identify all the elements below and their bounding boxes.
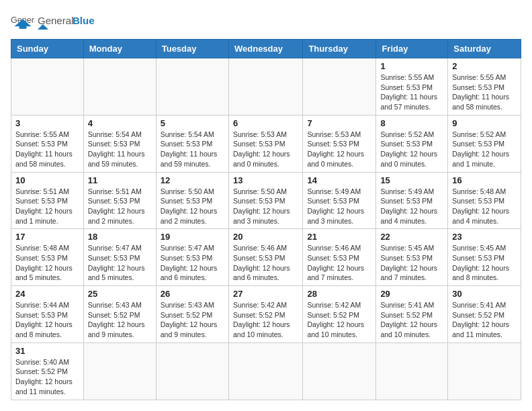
day-number: 5 [161, 118, 224, 128]
day-number: 13 [233, 175, 298, 185]
day-number: 21 [307, 232, 371, 242]
day-number: 30 [452, 289, 517, 299]
day-info: Sunrise: 5:51 AM Sunset: 5:53 PM Dayligh… [88, 187, 152, 226]
calendar-cell: 10 Sunrise: 5:51 AM Sunset: 5:53 PM Dayl… [11, 172, 84, 229]
day-number: 8 [380, 118, 443, 128]
calendar-cell: 14 Sunrise: 5:49 AM Sunset: 5:53 PM Dayl… [303, 172, 376, 229]
svg-text:Blue: Blue [73, 15, 95, 26]
day-number: 19 [161, 232, 224, 242]
day-info: Sunrise: 5:42 AM Sunset: 5:52 PM Dayligh… [307, 300, 371, 340]
day-info: Sunrise: 5:55 AM Sunset: 5:53 PM Dayligh… [380, 73, 443, 112]
day-info: Sunrise: 5:43 AM Sunset: 5:52 PM Dayligh… [161, 300, 224, 340]
day-info: Sunrise: 5:53 AM Sunset: 5:53 PM Dayligh… [307, 130, 371, 169]
day-info: Sunrise: 5:49 AM Sunset: 5:53 PM Dayligh… [307, 187, 371, 226]
calendar-cell: 6 Sunrise: 5:53 AM Sunset: 5:53 PM Dayli… [228, 115, 302, 172]
calendar-cell: 24 Sunrise: 5:44 AM Sunset: 5:53 PM Dayl… [11, 286, 84, 343]
day-number: 12 [161, 175, 224, 185]
day-info: Sunrise: 5:40 AM Sunset: 5:52 PM Dayligh… [15, 357, 79, 397]
calendar-cell: 7 Sunrise: 5:53 AM Sunset: 5:53 PM Dayli… [303, 115, 376, 172]
day-number: 18 [88, 232, 152, 242]
calendar-cell [303, 342, 376, 400]
day-number: 25 [88, 289, 152, 299]
calendar-cell: 19 Sunrise: 5:47 AM Sunset: 5:53 PM Dayl… [156, 229, 228, 286]
day-info: Sunrise: 5:47 AM Sunset: 5:53 PM Dayligh… [88, 243, 152, 283]
page-header: General General Blue [11, 11, 521, 34]
calendar-week-4: 17 Sunrise: 5:48 AM Sunset: 5:53 PM Dayl… [11, 229, 521, 286]
day-number: 17 [15, 232, 79, 242]
column-header-monday: Monday [83, 40, 156, 58]
day-info: Sunrise: 5:54 AM Sunset: 5:53 PM Dayligh… [161, 130, 224, 169]
calendar-cell: 4 Sunrise: 5:54 AM Sunset: 5:53 PM Dayli… [83, 115, 156, 172]
day-info: Sunrise: 5:45 AM Sunset: 5:53 PM Dayligh… [380, 243, 443, 283]
day-info: Sunrise: 5:48 AM Sunset: 5:53 PM Dayligh… [452, 187, 517, 226]
calendar-cell [228, 342, 302, 400]
day-number: 11 [88, 175, 152, 185]
calendar-cell: 2 Sunrise: 5:55 AM Sunset: 5:53 PM Dayli… [448, 58, 521, 116]
day-info: Sunrise: 5:43 AM Sunset: 5:52 PM Dayligh… [88, 300, 152, 340]
calendar-cell [156, 342, 228, 400]
column-header-tuesday: Tuesday [156, 40, 228, 58]
day-number: 27 [233, 289, 298, 299]
calendar-cell: 31 Sunrise: 5:40 AM Sunset: 5:52 PM Dayl… [11, 342, 84, 400]
day-number: 31 [15, 346, 79, 356]
calendar-cell: 5 Sunrise: 5:54 AM Sunset: 5:53 PM Dayli… [156, 115, 228, 172]
day-info: Sunrise: 5:47 AM Sunset: 5:53 PM Dayligh… [161, 243, 224, 283]
day-number: 20 [233, 232, 298, 242]
day-info: Sunrise: 5:50 AM Sunset: 5:53 PM Dayligh… [233, 187, 298, 226]
day-info: Sunrise: 5:48 AM Sunset: 5:53 PM Dayligh… [15, 243, 79, 283]
day-number: 6 [233, 118, 298, 128]
day-info: Sunrise: 5:51 AM Sunset: 5:53 PM Dayligh… [15, 187, 79, 226]
calendar-week-3: 10 Sunrise: 5:51 AM Sunset: 5:53 PM Dayl… [11, 172, 521, 229]
day-number: 23 [452, 232, 517, 242]
calendar-cell: 15 Sunrise: 5:49 AM Sunset: 5:53 PM Dayl… [376, 172, 448, 229]
calendar-cell [156, 58, 228, 116]
column-header-wednesday: Wednesday [228, 40, 302, 58]
day-info: Sunrise: 5:54 AM Sunset: 5:53 PM Dayligh… [88, 130, 152, 169]
day-number: 22 [380, 232, 443, 242]
calendar-header-row: SundayMondayTuesdayWednesdayThursdayFrid… [11, 40, 521, 58]
day-number: 24 [15, 289, 79, 299]
day-info: Sunrise: 5:52 AM Sunset: 5:53 PM Dayligh… [452, 130, 517, 169]
day-number: 16 [452, 175, 517, 185]
day-number: 28 [307, 289, 371, 299]
calendar-week-1: 1 Sunrise: 5:55 AM Sunset: 5:53 PM Dayli… [11, 58, 521, 116]
calendar-table: SundayMondayTuesdayWednesdayThursdayFrid… [11, 39, 521, 400]
day-number: 15 [380, 175, 443, 185]
svg-rect-2 [19, 24, 27, 29]
logo-text: General Blue [38, 11, 98, 34]
calendar-cell [448, 342, 521, 400]
calendar-cell [228, 58, 302, 116]
day-info: Sunrise: 5:41 AM Sunset: 5:52 PM Dayligh… [380, 300, 443, 340]
calendar-cell: 20 Sunrise: 5:46 AM Sunset: 5:53 PM Dayl… [228, 229, 302, 286]
day-info: Sunrise: 5:41 AM Sunset: 5:52 PM Dayligh… [452, 300, 517, 340]
calendar-cell [83, 58, 156, 116]
calendar-cell: 16 Sunrise: 5:48 AM Sunset: 5:53 PM Dayl… [448, 172, 521, 229]
calendar-week-2: 3 Sunrise: 5:55 AM Sunset: 5:53 PM Dayli… [11, 115, 521, 172]
calendar-cell: 30 Sunrise: 5:41 AM Sunset: 5:52 PM Dayl… [448, 286, 521, 343]
calendar-cell: 23 Sunrise: 5:45 AM Sunset: 5:53 PM Dayl… [448, 229, 521, 286]
day-number: 29 [380, 289, 443, 299]
day-info: Sunrise: 5:55 AM Sunset: 5:53 PM Dayligh… [452, 73, 517, 112]
calendar-cell: 28 Sunrise: 5:42 AM Sunset: 5:52 PM Dayl… [303, 286, 376, 343]
column-header-thursday: Thursday [303, 40, 376, 58]
day-number: 9 [452, 118, 517, 128]
calendar-cell: 29 Sunrise: 5:41 AM Sunset: 5:52 PM Dayl… [376, 286, 448, 343]
day-info: Sunrise: 5:44 AM Sunset: 5:53 PM Dayligh… [15, 300, 79, 340]
calendar-week-6: 31 Sunrise: 5:40 AM Sunset: 5:52 PM Dayl… [11, 342, 521, 400]
calendar-week-5: 24 Sunrise: 5:44 AM Sunset: 5:53 PM Dayl… [11, 286, 521, 343]
day-number: 10 [15, 175, 79, 185]
logo: General General Blue [11, 11, 98, 34]
day-info: Sunrise: 5:53 AM Sunset: 5:53 PM Dayligh… [233, 130, 298, 169]
column-header-friday: Friday [376, 40, 448, 58]
calendar-cell: 18 Sunrise: 5:47 AM Sunset: 5:53 PM Dayl… [83, 229, 156, 286]
calendar-cell: 11 Sunrise: 5:51 AM Sunset: 5:53 PM Dayl… [83, 172, 156, 229]
calendar-cell: 13 Sunrise: 5:50 AM Sunset: 5:53 PM Dayl… [228, 172, 302, 229]
column-header-saturday: Saturday [448, 40, 521, 58]
logo-icon: General [11, 13, 35, 32]
calendar-cell: 1 Sunrise: 5:55 AM Sunset: 5:53 PM Dayli… [376, 58, 448, 116]
calendar-cell: 26 Sunrise: 5:43 AM Sunset: 5:52 PM Dayl… [156, 286, 228, 343]
day-number: 3 [15, 118, 79, 128]
day-info: Sunrise: 5:50 AM Sunset: 5:53 PM Dayligh… [161, 187, 224, 226]
calendar-cell: 9 Sunrise: 5:52 AM Sunset: 5:53 PM Dayli… [448, 115, 521, 172]
calendar-cell: 27 Sunrise: 5:42 AM Sunset: 5:52 PM Dayl… [228, 286, 302, 343]
